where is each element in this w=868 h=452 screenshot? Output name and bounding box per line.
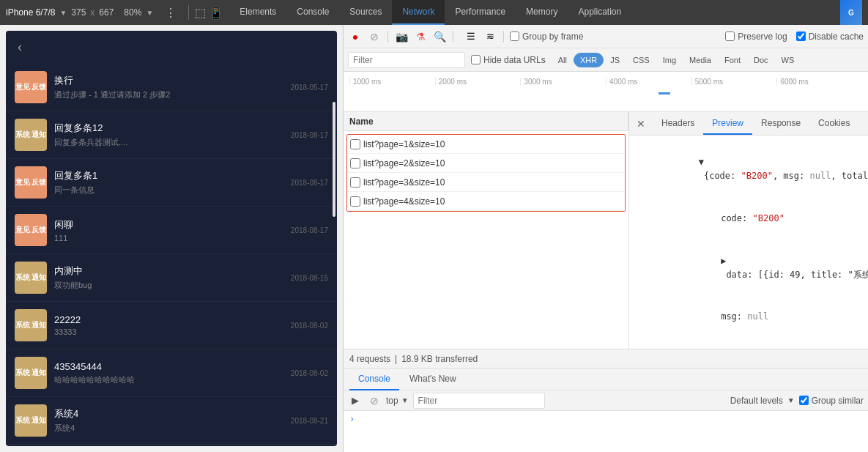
filter-icon[interactable]: ⚗	[413, 29, 428, 44]
code-key: code:	[721, 213, 752, 223]
json-tree-body: code: "B200" ▶ data: [{id: 49, title: "系…	[647, 198, 862, 349]
request-row[interactable]: list?page=4&size=10	[347, 192, 625, 211]
group-similar-label: Group similar	[812, 396, 864, 406]
hide-data-urls-checkbox[interactable]	[471, 55, 481, 64]
filter-tab-ws[interactable]: WS	[775, 53, 801, 67]
request-checkbox[interactable]	[350, 196, 360, 207]
avatar: 意见 反馈	[15, 166, 47, 199]
inspect-icon[interactable]: ⬚	[195, 6, 206, 20]
message-content: 回复多条1 同一条信息	[54, 169, 283, 196]
tab-console-bottom[interactable]: Console	[349, 368, 399, 390]
filter-tab-js[interactable]: JS	[604, 53, 626, 67]
json-code-line: code: "B200"	[647, 198, 862, 240]
console-exec-icon[interactable]: ▶	[348, 393, 363, 408]
request-checkbox[interactable]	[350, 139, 360, 149]
avatar: 系统 通知	[15, 357, 47, 389]
request-checkbox[interactable]	[350, 177, 360, 188]
toolbar-separator	[188, 5, 189, 20]
data-key: data:	[721, 270, 758, 280]
flame-view-icon[interactable]: ≋	[483, 29, 497, 44]
tab-network[interactable]: Network	[392, 0, 445, 25]
tab-cookies[interactable]: Cookies	[809, 112, 858, 135]
tab-memory[interactable]: Memory	[516, 0, 568, 25]
default-levels-chevron-icon[interactable]: ▼	[787, 396, 795, 404]
main-layout: ‹ 意见 反馈 换行 通过步骤 - 1 通过请添加 2 步骤2 2018-05-…	[0, 25, 868, 452]
preserve-log-group[interactable]: Preserve log	[725, 32, 787, 42]
expand-icon[interactable]: ▼	[699, 157, 704, 167]
hide-data-urls-group[interactable]: Hide data URLs	[471, 55, 546, 65]
name-column-header: Name	[344, 112, 628, 130]
message-title: 回复多条12	[54, 122, 283, 135]
tab-elements[interactable]: Elements	[229, 0, 286, 25]
tab-whats-new[interactable]: What's New	[401, 368, 465, 390]
filter-tab-css[interactable]: CSS	[626, 53, 656, 67]
close-detail-button[interactable]: ✕	[629, 112, 653, 136]
console-filter-input[interactable]	[413, 393, 545, 409]
frame-chevron-icon[interactable]: ▼	[401, 396, 409, 404]
record-button[interactable]: ●	[348, 29, 363, 44]
filter-tab-all[interactable]: All	[552, 53, 574, 67]
list-item[interactable]: 系统 通知 435345444 哈哈哈哈哈哈哈哈哈哈 2018-08-02	[6, 349, 337, 397]
network-toolbar: ● ⊘ 📷 ⚗ 🔍 ☰ ≋ Group by frame Preserve lo…	[344, 25, 868, 48]
filter-tab-font[interactable]: Font	[718, 53, 747, 67]
message-list[interactable]: 意见 反馈 换行 通过步骤 - 1 通过请添加 2 步骤2 2018-05-17…	[6, 64, 337, 446]
request-name: list?page=1&size=10	[363, 139, 622, 149]
filter-tab-img[interactable]: Img	[656, 53, 683, 67]
avatar: 意见 反馈	[15, 214, 47, 246]
filter-input[interactable]	[348, 52, 465, 68]
top-frame-selector[interactable]: top ▼	[386, 396, 409, 406]
tab-headers[interactable]: Headers	[653, 112, 703, 135]
request-checkbox[interactable]	[350, 158, 360, 168]
marker-1: 1000 ms	[349, 78, 435, 86]
console-stop-icon[interactable]: ⊘	[367, 393, 382, 408]
list-item[interactable]: 意见 反馈 回复多条1 同一条信息 2018-08-17	[6, 159, 337, 207]
stop-button[interactable]: ⊘	[367, 29, 382, 44]
back-button[interactable]: ‹	[18, 40, 22, 55]
console-prompt: ›	[349, 414, 355, 424]
message-title: 闲聊	[54, 218, 283, 231]
message-title: 换行	[54, 74, 283, 87]
tab-performance[interactable]: Performance	[445, 0, 516, 25]
search-icon[interactable]: 🔍	[432, 29, 447, 44]
tab-application[interactable]: Application	[568, 0, 631, 25]
more-icon[interactable]: ⋮	[159, 6, 182, 20]
group-by-frame-checkbox[interactable]	[510, 32, 519, 41]
camera-icon[interactable]: 📷	[394, 29, 409, 44]
zoom-chevron-icon[interactable]: ▼	[146, 9, 153, 17]
request-row[interactable]: list?page=3&size=10	[347, 173, 625, 192]
list-view-icon[interactable]: ☰	[464, 29, 478, 44]
console-body[interactable]: ›	[344, 411, 868, 452]
preserve-log-checkbox[interactable]	[725, 32, 735, 41]
list-item[interactable]: 意见 反馈 闲聊 111 2018-08-17	[6, 207, 337, 254]
request-row[interactable]: list?page=2&size=10	[347, 154, 625, 173]
group-by-frame-group[interactable]: Group by frame	[510, 32, 583, 42]
tab-response[interactable]: Response	[752, 112, 809, 135]
tab-sources[interactable]: Sources	[339, 0, 392, 25]
list-item[interactable]: 系统 通知 回复多条12 回复多条兵器测试.... 2018-08-17	[6, 111, 337, 159]
chevron-down-icon[interactable]: ▼	[59, 9, 67, 17]
group-similar-checkbox[interactable]	[799, 396, 809, 405]
list-item[interactable]: 意见 反馈 换行 通过步骤 - 1 通过请添加 2 步骤2 2018-05-17	[6, 64, 337, 111]
tab-preview[interactable]: Preview	[703, 112, 752, 135]
filter-tab-doc[interactable]: Doc	[747, 53, 775, 67]
message-desc: 通过步骤 - 1 通过请添加 2 步骤2	[54, 89, 283, 100]
filter-tab-xhr[interactable]: XHR	[574, 53, 604, 67]
hide-data-urls-label: Hide data URLs	[483, 55, 546, 65]
group-similar-group[interactable]: Group similar	[799, 396, 864, 406]
json-total-line: total: 22	[647, 338, 862, 349]
json-data-line[interactable]: ▶ data: [{id: 49, title: "系统4", cont…	[647, 240, 862, 296]
device-selector[interactable]: iPhone 6/7/8 ▼ 375 x 667 80% ▼	[6, 7, 153, 18]
tab-console[interactable]: Console	[286, 0, 339, 25]
disable-cache-checkbox[interactable]	[796, 32, 806, 41]
request-row[interactable]: list?page=1&size=10	[347, 135, 625, 154]
list-item[interactable]: 系统 通知 内测中 双功能bug 2018-08-15	[6, 254, 337, 302]
filter-tab-media[interactable]: Media	[683, 53, 718, 67]
disable-cache-group[interactable]: Disable cache	[796, 32, 864, 42]
device-toggle-icon[interactable]: 📱	[209, 6, 223, 20]
requests-count: 4 requests	[349, 354, 390, 364]
data-expand-icon[interactable]: ▶	[721, 256, 726, 266]
json-root-line[interactable]: ▼ {code: "B200", msg: null, total: 22,…	[635, 141, 862, 198]
list-item[interactable]: 系统 通知 系统4 系统4 2018-08-21	[6, 397, 337, 445]
message-title: 系统4	[54, 407, 283, 420]
list-item[interactable]: 系统 通知 22222 33333 2018-08-02	[6, 302, 337, 349]
